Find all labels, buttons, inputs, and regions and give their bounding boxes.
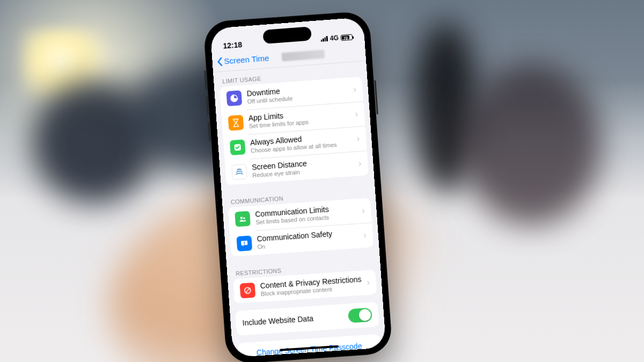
battery-icon: 70: [340, 34, 353, 41]
chevron-right-icon: ›: [356, 134, 360, 144]
network-label: 4G: [330, 34, 339, 42]
chevron-right-icon: ›: [358, 158, 362, 168]
photo-scene: 12:18 4G 70 Screen Time: [0, 0, 644, 362]
chevron-left-icon: [216, 56, 223, 67]
toggle-switch[interactable]: [348, 307, 372, 323]
clock: 12:18: [223, 40, 243, 50]
row-title: Include Website Data: [242, 312, 348, 327]
cellular-signal-icon: [320, 36, 328, 42]
svg-rect-4: [244, 241, 245, 243]
hourglass-icon: [228, 115, 244, 131]
chevron-right-icon: ›: [353, 85, 357, 94]
distance-waves-icon: [231, 164, 247, 180]
row-include-website-data[interactable]: Include Website Data: [235, 302, 379, 336]
contacts-icon: [235, 211, 251, 227]
svg-point-2: [240, 217, 243, 219]
chevron-right-icon: ›: [363, 230, 367, 240]
change-passcode-button[interactable]: Change Screen Time Passcode: [237, 334, 381, 358]
group-limit-usage: Downtime Off until schedule › App Limits: [219, 77, 369, 186]
chevron-right-icon: ›: [362, 205, 365, 215]
chevron-right-icon: ›: [355, 109, 358, 119]
downtime-icon: [226, 90, 242, 106]
chevron-right-icon: ›: [367, 277, 370, 287]
no-entry-icon: [240, 283, 256, 299]
svg-line-7: [245, 288, 250, 292]
back-button[interactable]: Screen Time: [216, 53, 269, 67]
screen: 12:18 4G 70 Screen Time: [210, 17, 386, 357]
iphone-device: 12:18 4G 70 Screen Time: [203, 11, 393, 362]
svg-point-3: [243, 217, 245, 219]
bg-blob: [462, 64, 601, 225]
bubble-warning-icon: [236, 235, 252, 252]
nav-title-redacted: [282, 49, 325, 61]
settings-content[interactable]: LIMIT USAGE Downtime Off until schedule …: [213, 61, 386, 357]
group-communication: Communication Limits Set limits based on…: [228, 198, 374, 257]
checkmark-shield-icon: [230, 139, 246, 156]
back-label: Screen Time: [224, 53, 269, 65]
